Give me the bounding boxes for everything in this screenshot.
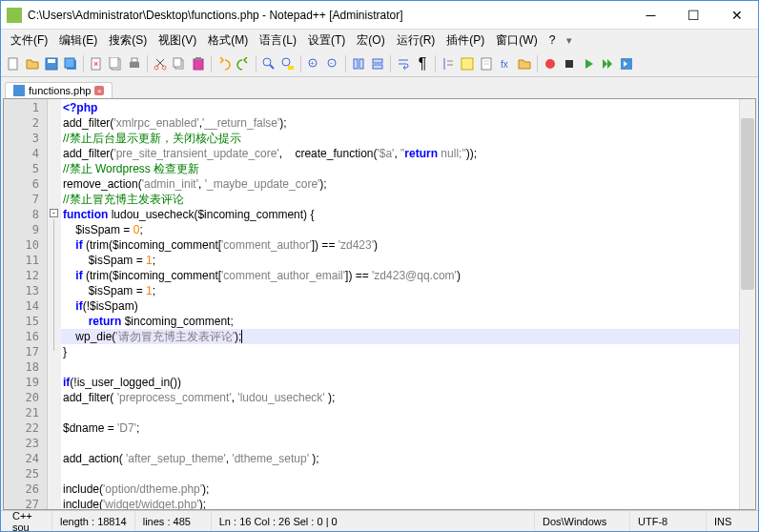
fold-toggle[interactable]: - (50, 209, 58, 217)
indent-guide-icon[interactable] (440, 55, 457, 72)
paste-icon[interactable] (190, 55, 207, 72)
close-tab-icon[interactable]: × (94, 86, 104, 95)
menu-format[interactable]: 格式(M) (202, 31, 254, 51)
svg-rect-25 (354, 59, 358, 69)
svg-rect-0 (9, 58, 17, 70)
zoom-out-icon[interactable]: - (324, 55, 341, 72)
sync-scroll-v-icon[interactable] (350, 55, 367, 72)
svg-rect-38 (565, 60, 573, 68)
close-all-icon[interactable] (107, 55, 124, 72)
menu-help[interactable]: ? (544, 31, 562, 49)
menu-macro[interactable]: 宏(O) (351, 31, 390, 51)
play-macro-icon[interactable] (580, 55, 597, 72)
svg-rect-9 (130, 62, 139, 68)
show-all-chars-icon[interactable]: ¶ (414, 55, 431, 72)
status-eol: Dos\Windows (535, 511, 630, 531)
play-multi-icon[interactable] (599, 55, 616, 72)
vertical-scrollbar[interactable] (739, 99, 755, 509)
close-file-icon[interactable]: × (88, 55, 105, 72)
svg-rect-16 (195, 57, 201, 60)
svg-rect-4 (65, 58, 74, 68)
svg-text:fx: fx (501, 59, 508, 70)
dropdown-icon[interactable]: ▾ (566, 34, 572, 47)
undo-icon[interactable] (215, 55, 233, 72)
svg-line-18 (270, 65, 274, 69)
minimize-button[interactable]: ─ (629, 1, 672, 29)
svg-text:-: - (330, 58, 333, 67)
menu-search[interactable]: 搜索(S) (103, 31, 153, 51)
save-macro-icon[interactable] (618, 55, 635, 72)
cut-icon[interactable] (152, 55, 169, 72)
print-icon[interactable] (126, 55, 143, 72)
save-icon[interactable] (43, 55, 60, 72)
svg-rect-15 (194, 59, 203, 70)
status-lang: C++ sou (5, 511, 52, 531)
svg-point-37 (545, 59, 555, 69)
svg-text:+: + (310, 59, 315, 68)
menu-bar: 文件(F) 编辑(E) 搜索(S) 视图(V) 格式(M) 语言(L) 设置(T… (1, 30, 758, 51)
status-bar: C++ sou length : 18814 lines : 485 Ln : … (1, 510, 758, 531)
close-button[interactable]: ✕ (715, 1, 758, 29)
maximize-button[interactable]: ☐ (672, 1, 715, 29)
doc-map-icon[interactable] (478, 55, 495, 72)
menu-settings[interactable]: 设置(T) (302, 31, 351, 51)
wordwrap-icon[interactable] (395, 55, 412, 72)
fold-line (53, 219, 54, 351)
save-all-icon[interactable] (62, 55, 79, 72)
status-mode: INS (707, 511, 754, 531)
svg-point-17 (263, 58, 271, 66)
menu-file[interactable]: 文件(F) (5, 31, 53, 51)
func-list-icon[interactable]: fx (497, 55, 514, 72)
app-icon (7, 8, 22, 23)
replace-icon[interactable] (279, 55, 297, 72)
tab-label: functions.php (29, 85, 91, 96)
svg-rect-32 (462, 58, 473, 70)
svg-rect-27 (373, 59, 382, 63)
menu-view[interactable]: 视图(V) (153, 31, 202, 51)
tab-bar: functions.php × (1, 77, 758, 98)
svg-rect-2 (48, 59, 55, 63)
svg-text:×: × (93, 59, 98, 69)
find-icon[interactable] (260, 55, 277, 72)
line-number-gutter: 1234567891011121314151617181920212223242… (4, 99, 48, 509)
svg-point-19 (282, 58, 290, 66)
svg-rect-28 (373, 65, 382, 69)
menu-plugins[interactable]: 插件(P) (441, 31, 490, 51)
redo-icon[interactable] (235, 55, 252, 72)
code-area[interactable]: <?phpadd_filter('xmlrpc_enabled','__retu… (61, 99, 739, 509)
sync-scroll-h-icon[interactable] (369, 55, 386, 72)
svg-rect-14 (174, 58, 181, 67)
toolbar: × + - ¶ fx (1, 51, 758, 77)
copy-icon[interactable] (171, 55, 188, 72)
lang-icon[interactable] (459, 55, 476, 72)
tab-functions[interactable]: functions.php × (5, 82, 113, 98)
open-file-icon[interactable] (24, 55, 41, 72)
window-title: C:\Users\Administrator\Desktop\functions… (28, 9, 629, 22)
status-lines: lines : 485 (135, 511, 212, 531)
status-encoding: UTF-8 (630, 511, 707, 531)
record-macro-icon[interactable] (542, 55, 559, 72)
status-position: Ln : 16 Col : 26 Sel : 0 | 0 (212, 511, 535, 531)
new-file-icon[interactable] (5, 55, 22, 72)
status-length: length : 18814 (52, 511, 135, 531)
editor-area: 1234567891011121314151617181920212223242… (3, 98, 756, 510)
svg-rect-26 (359, 59, 363, 69)
menu-language[interactable]: 语言(L) (254, 31, 302, 51)
zoom-in-icon[interactable]: + (305, 55, 322, 72)
fold-column: - (48, 99, 61, 509)
svg-rect-8 (110, 57, 118, 68)
scrollbar-thumb[interactable] (741, 118, 754, 290)
file-icon (13, 85, 25, 96)
svg-rect-20 (288, 66, 294, 70)
menu-run[interactable]: 运行(R) (391, 31, 441, 51)
svg-rect-10 (132, 58, 137, 62)
menu-edit[interactable]: 编辑(E) (53, 31, 103, 51)
folder-icon[interactable] (516, 55, 533, 72)
stop-macro-icon[interactable] (561, 55, 578, 72)
title-bar: C:\Users\Administrator\Desktop\functions… (1, 1, 758, 30)
menu-window[interactable]: 窗口(W) (490, 31, 543, 51)
